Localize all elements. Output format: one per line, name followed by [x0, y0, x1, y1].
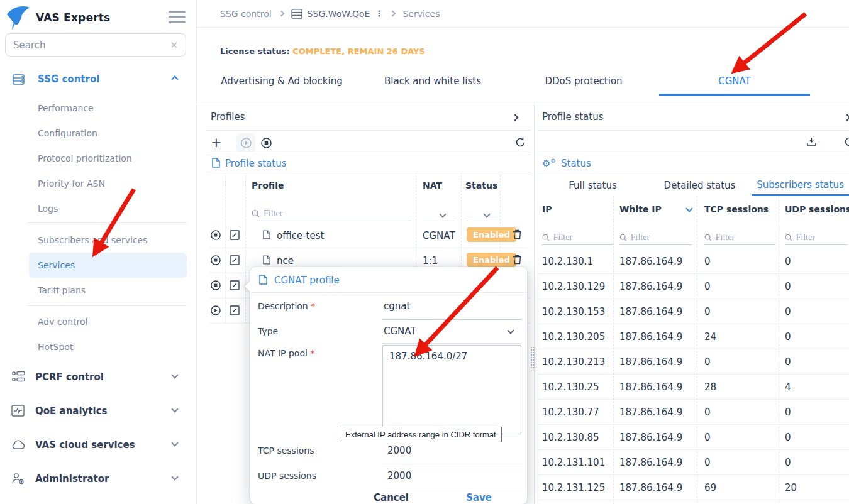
- cell-tcp: 0: [704, 256, 711, 267]
- nat-filter-dropdown-icon[interactable]: [439, 211, 446, 217]
- stop-profile-button[interactable]: [261, 138, 272, 151]
- udp-sessions-input[interactable]: 2000: [387, 470, 411, 481]
- cancel-button[interactable]: Cancel: [374, 492, 409, 503]
- row3-stop-button[interactable]: [211, 280, 221, 293]
- col-header-ip[interactable]: IP: [542, 204, 552, 214]
- start-profile-button[interactable]: [236, 133, 255, 152]
- row-separator: [538, 349, 849, 349]
- row1-edit-button[interactable]: [230, 230, 240, 243]
- sidebar-item-subscribers-and-services[interactable]: Subscribers and services: [38, 227, 148, 253]
- add-profile-button[interactable]: +: [211, 135, 222, 150]
- cell-white-ip: 187.86.164.9: [619, 482, 682, 493]
- row4-start-button[interactable]: [211, 305, 221, 318]
- tab-detailed-status[interactable]: Detailed status: [654, 175, 745, 196]
- trash-icon[interactable]: [513, 229, 522, 242]
- refresh-icon[interactable]: [844, 136, 849, 150]
- sidebar-item-performance[interactable]: Performance: [38, 96, 94, 121]
- sidebar-item-qoe-analytics[interactable]: QoE analytics: [0, 398, 197, 424]
- sidebar-item-hotspot[interactable]: HotSpot: [38, 334, 73, 359]
- col-header-nat[interactable]: NAT: [423, 180, 442, 190]
- row2-stop-button[interactable]: [211, 255, 221, 268]
- ip-filter-input[interactable]: [553, 233, 613, 243]
- sidebar-item-protocol-prioritization[interactable]: Protocol prioritization: [38, 146, 132, 171]
- cell-white-ip: 187.86.164.9: [619, 356, 682, 368]
- save-button[interactable]: Save: [466, 492, 492, 503]
- row2-edit-button[interactable]: [230, 255, 240, 268]
- search-input[interactable]: [13, 40, 170, 51]
- breadcrumb-ssg-control[interactable]: SSG control: [220, 9, 272, 19]
- nat-ip-pool-textarea[interactable]: 187.86.164.0/27: [382, 345, 521, 434]
- status-badge: Enabled: [467, 227, 516, 242]
- row4-edit-button[interactable]: [230, 305, 240, 318]
- col-header-udp-sessions[interactable]: UDP sessions: [785, 204, 849, 214]
- server-icon: [291, 9, 302, 19]
- dialog-notch: [245, 280, 256, 292]
- download-icon[interactable]: [806, 136, 817, 150]
- gears-icon: ⚙⚙: [542, 158, 556, 169]
- sidebar-item-vas-cloud-services[interactable]: VAS cloud services: [0, 432, 197, 457]
- search-clear-icon[interactable]: ✕: [170, 40, 178, 51]
- breadcrumb-device[interactable]: SSG.WoW.QoE: [308, 9, 370, 19]
- sidebar-item-priority-for-asn[interactable]: Priority for ASN: [38, 171, 105, 196]
- divider: [250, 292, 527, 293]
- description-input[interactable]: cgnat: [384, 300, 410, 312]
- input-underline: [382, 463, 523, 463]
- breadcrumb-services: Services: [402, 9, 440, 19]
- profile-filter-input[interactable]: [264, 209, 412, 219]
- tab-black-white-lists[interactable]: Black and white lists: [357, 68, 508, 96]
- row-separator: [209, 248, 531, 248]
- profile-name[interactable]: nce: [277, 255, 294, 266]
- profile-status-link[interactable]: Profile status: [225, 158, 287, 169]
- row1-stop-button[interactable]: [211, 230, 221, 243]
- tab-subscribers-status[interactable]: Subscribers status: [752, 175, 849, 196]
- cell-tcp: 24: [704, 331, 716, 342]
- trash-icon[interactable]: [513, 254, 522, 267]
- type-select[interactable]: CGNAT: [384, 326, 416, 337]
- collapse-panel-icon[interactable]: [843, 114, 849, 121]
- profile-name[interactable]: office-test: [277, 230, 324, 241]
- tab-full-status[interactable]: Full status: [553, 175, 632, 196]
- sidebar-collapse-button[interactable]: [169, 8, 186, 26]
- sidebar-item-adv-control[interactable]: Adv control: [38, 309, 87, 334]
- row3-edit-button[interactable]: [230, 280, 240, 293]
- chevron-down-icon: [507, 327, 514, 334]
- stop-circle-icon: [261, 138, 272, 148]
- sidebar-item-configuration[interactable]: Configuration: [38, 121, 97, 146]
- col-header-white-ip[interactable]: White IP: [619, 204, 662, 214]
- col-header-tcp-sessions[interactable]: TCP sessions: [704, 204, 769, 214]
- cell-udp: 4: [785, 381, 791, 393]
- tab-advertising[interactable]: Advertising & Ad blocking: [206, 68, 357, 96]
- sidebar-item-ssg-control[interactable]: SSG control: [0, 67, 197, 92]
- sidebar-item-logs[interactable]: Logs: [38, 196, 58, 221]
- document-icon: [263, 255, 270, 267]
- white-ip-filter-input[interactable]: [631, 233, 692, 243]
- status-link[interactable]: Status: [561, 158, 591, 169]
- tab-cgnat[interactable]: CGNAT: [659, 68, 810, 96]
- server-icon: [13, 74, 25, 87]
- document-icon: [259, 275, 267, 287]
- col-header-profile[interactable]: Profile: [252, 180, 284, 190]
- sidebar-item-administrator[interactable]: Administrator: [0, 466, 197, 491]
- row-separator: [538, 424, 849, 425]
- udp-sessions-label: UDP sessions: [258, 471, 316, 481]
- input-underline: [382, 488, 523, 488]
- sidebar-item-pcrf-control[interactable]: PCRF control: [0, 364, 197, 390]
- col-header-status[interactable]: Status: [465, 180, 497, 190]
- collapse-panel-icon[interactable]: [511, 114, 518, 121]
- tcp-filter-input[interactable]: [716, 233, 775, 243]
- splitter-drag-handle[interactable]: [530, 346, 536, 370]
- refresh-icon[interactable]: [515, 137, 526, 150]
- profile-filter: [252, 206, 412, 221]
- cell-tcp: 0: [704, 356, 711, 368]
- sidebar-item-tariff-plans[interactable]: Tariff plans: [38, 278, 86, 303]
- ip-filter: [542, 230, 613, 245]
- udp-filter-input[interactable]: [796, 233, 848, 243]
- sidebar-item-services[interactable]: Services: [29, 253, 187, 278]
- status-filter-dropdown-icon[interactable]: [483, 211, 490, 217]
- row-separator: [538, 374, 849, 375]
- chevron-right-icon: [390, 11, 396, 17]
- tcp-sessions-input[interactable]: 2000: [387, 445, 411, 456]
- sort-indicator-icon[interactable]: [685, 205, 692, 212]
- tab-ddos-protection[interactable]: DDoS protection: [508, 68, 659, 96]
- kebab-menu-icon[interactable]: ⋮: [375, 12, 383, 15]
